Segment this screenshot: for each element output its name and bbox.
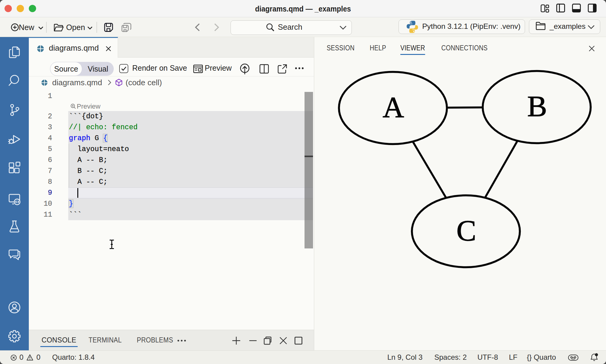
svg-text:A: A	[383, 91, 404, 123]
svg-text:C: C	[456, 214, 476, 247]
svg-text:B: B	[527, 90, 547, 123]
